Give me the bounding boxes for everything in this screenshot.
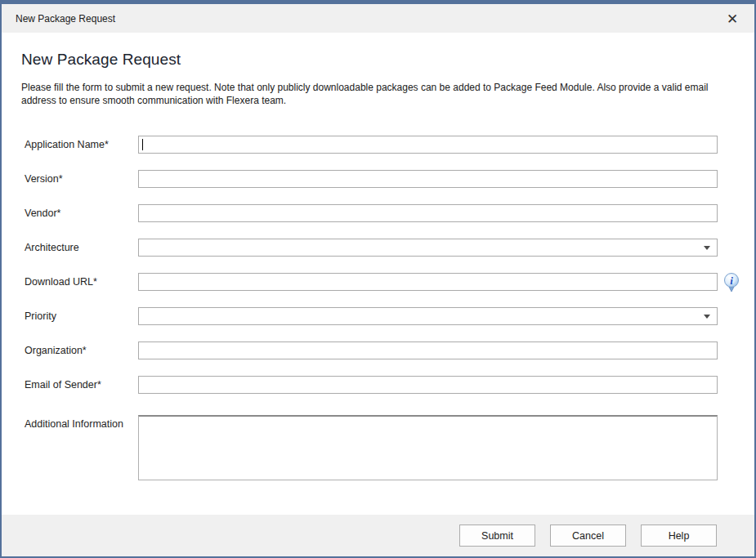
priority-dropdown[interactable] bbox=[138, 307, 718, 325]
info-balloon-icon[interactable]: i bbox=[722, 272, 740, 293]
form-row-organization: Organization* bbox=[21, 341, 735, 359]
architecture-dropdown[interactable] bbox=[138, 239, 718, 257]
dialog-footer: Submit Cancel Help bbox=[2, 515, 754, 556]
form-row-application-name: Application Name* bbox=[21, 136, 735, 154]
new-package-request-dialog: New Package Request ✕ New Package Reques… bbox=[0, 0, 756, 558]
application-name-label: Application Name* bbox=[21, 139, 138, 150]
svg-text:i: i bbox=[730, 275, 733, 287]
help-button[interactable]: Help bbox=[641, 525, 717, 547]
email-of-sender-label: Email of Sender* bbox=[21, 379, 138, 391]
submit-button[interactable]: Submit bbox=[459, 525, 535, 547]
organization-field[interactable] bbox=[138, 341, 718, 359]
request-form: Application Name* Version* Vendor* bbox=[21, 136, 735, 480]
form-row-email: Email of Sender* bbox=[21, 376, 735, 394]
close-icon[interactable]: ✕ bbox=[722, 8, 743, 29]
priority-label: Priority bbox=[21, 310, 138, 322]
download-url-field[interactable] bbox=[138, 273, 718, 291]
vendor-field[interactable] bbox=[138, 204, 718, 222]
page-description: Please fill the form to submit a new req… bbox=[21, 81, 735, 107]
cancel-button[interactable]: Cancel bbox=[550, 525, 626, 547]
titlebar: New Package Request ✕ bbox=[2, 4, 754, 33]
additional-information-field[interactable] bbox=[138, 415, 718, 480]
form-row-architecture: Architecture bbox=[21, 239, 735, 257]
version-field[interactable] bbox=[138, 170, 718, 188]
form-row-download-url: Download URL* bbox=[21, 273, 735, 291]
version-label: Version* bbox=[21, 173, 138, 185]
architecture-label: Architecture bbox=[21, 242, 138, 253]
dialog-content: New Package Request Please fill the form… bbox=[2, 33, 754, 515]
application-name-field[interactable] bbox=[138, 136, 718, 154]
chevron-down-icon bbox=[704, 246, 710, 250]
form-row-version: Version* bbox=[21, 170, 735, 188]
page-title: New Package Request bbox=[21, 51, 735, 69]
text-caret bbox=[142, 139, 143, 150]
chevron-down-icon bbox=[704, 315, 710, 319]
organization-label: Organization* bbox=[21, 345, 138, 356]
window-title: New Package Request bbox=[16, 13, 115, 25]
form-row-priority: Priority bbox=[21, 307, 735, 325]
download-url-label: Download URL* bbox=[21, 276, 138, 288]
additional-information-label: Additional Information bbox=[21, 415, 138, 430]
form-row-vendor: Vendor* bbox=[21, 204, 735, 222]
form-row-additional-info: Additional Information bbox=[21, 415, 735, 480]
vendor-label: Vendor* bbox=[21, 208, 138, 219]
email-of-sender-field[interactable] bbox=[138, 376, 718, 394]
